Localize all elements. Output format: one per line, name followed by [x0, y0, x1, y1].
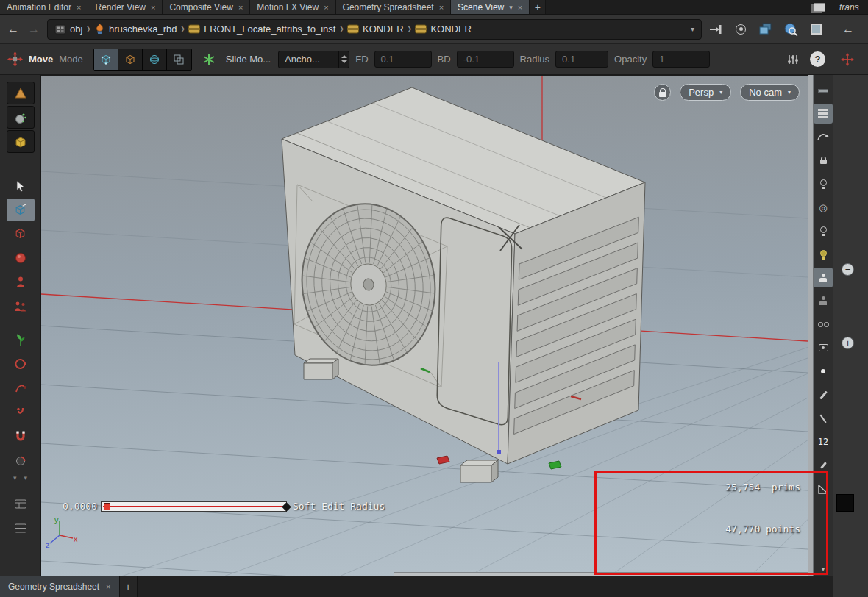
horizontal-scrollbar[interactable]	[394, 572, 808, 576]
breadcrumb[interactable]: obj › hruschevka_rbd › FRONT_Locate_attr…	[47, 19, 702, 40]
soft-edit-slider[interactable]	[101, 501, 287, 512]
tool-edit-button[interactable]	[5, 221, 36, 246]
tool-hook-button[interactable]	[5, 400, 36, 424]
tool-ring-button[interactable]	[5, 351, 36, 376]
radius-field[interactable]: 0.1	[555, 51, 608, 68]
zoom-out-button[interactable]: −	[842, 263, 854, 276]
tab-geometry-spreadsheet[interactable]: Geometry Spreadsheet ×	[336, 0, 452, 14]
tool-misc-button[interactable]	[5, 448, 36, 473]
scroll-more-icon[interactable]: ▾	[821, 565, 825, 573]
tool-box-button[interactable]	[7, 130, 35, 153]
tab-geometry-spreadsheet-bottom[interactable]: Geometry Spreadsheet ×	[0, 576, 120, 597]
add-tab-button[interactable]: +	[120, 576, 138, 597]
tool-settings-icon[interactable]	[786, 54, 800, 65]
snapshot-button[interactable]	[814, 336, 833, 360]
axis-gizmo[interactable]: y z x	[44, 515, 78, 549]
chevron-down-icon[interactable]: ▾	[13, 474, 17, 482]
back-icon[interactable]: ←	[6, 23, 21, 36]
breadcrumb-item-konder-2[interactable]: KONDER	[415, 24, 472, 35]
inspect-geometry-button[interactable]	[783, 21, 799, 37]
add-tab-button[interactable]: +	[530, 0, 546, 14]
tool-tube-button[interactable]	[7, 82, 35, 104]
pin-path-button[interactable]	[708, 21, 724, 37]
tool-select-button[interactable]	[5, 174, 36, 199]
fd-field[interactable]: 0.1	[374, 51, 432, 68]
zoom-in-button[interactable]: +	[842, 337, 854, 349]
tool-curve-button[interactable]	[5, 376, 36, 400]
breadcrumb-item-konder-1[interactable]: KONDER	[347, 24, 404, 35]
close-icon[interactable]: ×	[518, 3, 522, 12]
close-icon[interactable]: ×	[324, 3, 328, 12]
show-points-button[interactable]	[814, 125, 833, 149]
normal-lighting-button[interactable]: ◎	[814, 196, 833, 219]
tab-render-view[interactable]: Render View ×	[88, 0, 163, 14]
camera-menu-button[interactable]: No cam ▾	[740, 84, 800, 101]
breadcrumb-item-front-locate[interactable]: FRONT_Locate_attribs_fo_inst	[188, 24, 335, 35]
close-icon[interactable]: ×	[106, 582, 110, 591]
handle-mode-button-4[interactable]	[167, 49, 191, 70]
tool-character-button[interactable]	[5, 270, 36, 294]
shelf-panel-button-2[interactable]	[5, 516, 36, 540]
snap-toggle-button[interactable]	[198, 49, 220, 70]
lock-handles-button[interactable]	[814, 149, 833, 172]
path-dropdown-icon[interactable]: ▾	[691, 25, 694, 33]
point-marker-button[interactable]	[814, 360, 833, 383]
tool-agents-button[interactable]	[5, 294, 36, 318]
lock-view-button[interactable]	[654, 84, 671, 101]
slider-handle[interactable]	[104, 503, 110, 510]
snapshot-geometry-button[interactable]	[758, 21, 774, 37]
show-geometry-button[interactable]	[814, 268, 833, 287]
follow-selection-button[interactable]	[733, 21, 749, 37]
high-quality-light-button[interactable]	[814, 243, 833, 266]
knife-display-button[interactable]	[814, 407, 833, 430]
handle-mode-button-2[interactable]	[118, 49, 143, 70]
adjacent-pane: trans ← − +	[833, 0, 868, 597]
chevron-down-icon[interactable]: ▾	[509, 4, 513, 11]
anchor-combo[interactable]: Ancho...	[278, 51, 349, 68]
handle-mode-button-3[interactable]	[143, 49, 167, 70]
tool-move-button-active[interactable]	[7, 199, 35, 221]
anchor-combo-label: Ancho...	[279, 51, 338, 68]
forward-icon[interactable]: →	[26, 23, 41, 36]
stereo-button[interactable]	[814, 312, 833, 336]
breadcrumb-item-obj[interactable]: obj	[54, 24, 82, 35]
edit-cube-icon	[14, 227, 26, 240]
viewport-frame-button[interactable]	[808, 21, 824, 37]
slide-mode-label[interactable]: Slide Mo...	[226, 54, 271, 65]
chevron-down-icon[interactable]: ▾	[24, 474, 28, 482]
spinner-icon[interactable]	[338, 51, 349, 68]
tab-motion-fx-view[interactable]: Motion FX View ×	[250, 0, 335, 14]
bd-field[interactable]: -0.1	[457, 51, 514, 68]
opacity-field[interactable]: 1	[652, 51, 710, 68]
tab-label: Scene View	[458, 2, 504, 12]
handle-mode-button-1[interactable]	[94, 49, 118, 70]
vertical-scrollbar[interactable]	[808, 75, 814, 576]
tab-composite-view[interactable]: Composite View ×	[163, 0, 250, 14]
close-icon[interactable]: ×	[238, 3, 243, 12]
tool-foliage-button[interactable]	[5, 327, 36, 351]
scene-lights-button[interactable]	[814, 219, 833, 243]
tool-scatter-button[interactable]	[7, 106, 35, 129]
headlight-button[interactable]	[814, 172, 833, 196]
ghost-geometry-button[interactable]	[814, 289, 833, 312]
close-icon[interactable]: ×	[439, 3, 444, 12]
pane-layout-icon[interactable]	[814, 3, 825, 12]
breadcrumb-item-hruschevka-rbd[interactable]: hruschevka_rbd	[94, 24, 177, 35]
tab-scene-view[interactable]: Scene View ▾ ×	[451, 0, 530, 14]
color-swatch-black[interactable]	[836, 494, 854, 512]
display-layers-button[interactable]	[814, 104, 833, 124]
brush-display-button[interactable]	[814, 383, 833, 407]
close-icon[interactable]: ×	[77, 3, 81, 12]
brush2-display-button[interactable]	[814, 454, 833, 477]
close-icon[interactable]: ×	[151, 3, 155, 12]
persp-menu-button[interactable]: Persp ▾	[680, 84, 731, 101]
tool-magnet-button[interactable]	[5, 424, 36, 448]
tool-sculpt-button[interactable]	[5, 246, 36, 270]
back-icon[interactable]: ←	[841, 23, 855, 36]
help-button[interactable]: ?	[810, 51, 825, 67]
adjacent-tab-label[interactable]: trans	[839, 2, 859, 12]
ruler-button[interactable]	[814, 477, 833, 501]
tab-animation-editor[interactable]: Animation Editor ×	[0, 0, 88, 14]
grip-handle[interactable]	[814, 79, 833, 102]
shelf-panel-button-1[interactable]	[5, 492, 36, 516]
